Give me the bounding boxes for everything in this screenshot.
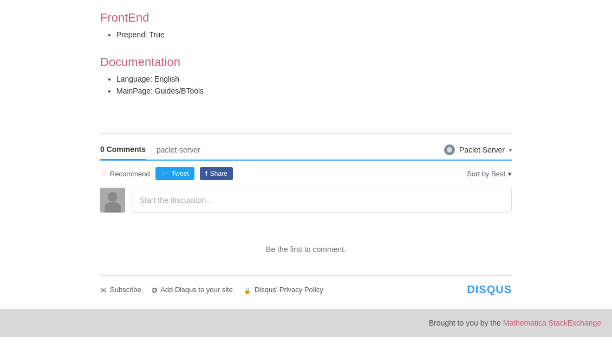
sort-button[interactable]: Sort by Best ▾: [467, 170, 512, 178]
disqus-footer: Subscribe Add Disqus to your site Disqus…: [100, 275, 512, 303]
documentation-item-language: Language: English: [116, 75, 512, 83]
frontend-list: Prepend: True: [100, 30, 512, 39]
section-divider: [100, 133, 512, 134]
privacy-label: Disqus' Privacy Policy: [255, 286, 323, 294]
tweet-label: Tweet: [172, 170, 189, 177]
disqus-logo: DISQUS: [467, 283, 512, 296]
subscribe-link[interactable]: Subscribe: [100, 286, 141, 294]
subscribe-label: Subscribe: [110, 286, 141, 294]
avatar: [100, 188, 125, 213]
svg-point-0: [447, 147, 452, 153]
first-comment-message: Be the first to comment.: [100, 229, 512, 275]
disqus-header-right[interactable]: Paclet Server ▾: [444, 144, 512, 155]
paclet-icon: [444, 144, 455, 155]
avatar-head: [108, 192, 118, 202]
comments-count: 0 Comments: [100, 145, 146, 160]
comment-input-row: Start the discussion…: [100, 188, 512, 213]
sort-label: Sort by Best: [467, 170, 505, 178]
forum-name: paclet-server: [157, 145, 200, 154]
privacy-policy-link[interactable]: Disqus' Privacy Policy: [244, 286, 323, 294]
add-disqus-link[interactable]: Add Disqus to your site: [152, 286, 233, 294]
lock-icon: [244, 286, 251, 294]
sort-container[interactable]: Sort by Best ▾: [467, 170, 512, 178]
heart-icon: ♡: [100, 169, 107, 178]
paclet-server-label: Paclet Server: [459, 145, 505, 154]
bottom-bar: Brought to you by the Mathematica StackE…: [0, 309, 612, 337]
avatar-body: [105, 202, 121, 213]
disqus-header: 0 Comments paclet-server Paclet Server ▾: [100, 144, 512, 161]
facebook-icon: f: [205, 170, 207, 177]
mathematica-stackexchange-link[interactable]: Mathematica StackExchange: [503, 319, 601, 327]
recommend-button[interactable]: ♡ Recommend: [100, 169, 150, 178]
frontend-title: FrontEnd: [100, 11, 512, 25]
documentation-title: Documentation: [100, 55, 512, 69]
frontend-item-prepend: Prepend: True: [116, 30, 512, 39]
disqus-d-icon: [152, 286, 157, 294]
chevron-down-icon: ▾: [509, 147, 512, 153]
bottom-bar-text: Brought to you by the: [429, 319, 503, 327]
comment-input[interactable]: Start the discussion…: [132, 188, 512, 213]
envelope-icon: [100, 286, 107, 294]
recommend-label: Recommend: [110, 170, 150, 178]
disqus-header-left: 0 Comments paclet-server: [100, 145, 200, 155]
disqus-actions-left: ♡ Recommend 🐦 Tweet f Share: [100, 167, 233, 180]
tweet-button[interactable]: 🐦 Tweet: [155, 167, 194, 180]
sort-chevron-icon: ▾: [508, 170, 512, 178]
documentation-list: Language: English MainPage: Guides/BTool…: [100, 75, 512, 95]
documentation-item-mainpage: MainPage: Guides/BTools: [116, 87, 512, 95]
add-disqus-label: Add Disqus to your site: [160, 286, 233, 294]
twitter-bird-icon: 🐦: [161, 170, 169, 177]
disqus-footer-links: Subscribe Add Disqus to your site Disqus…: [100, 286, 323, 294]
disqus-actions: ♡ Recommend 🐦 Tweet f Share Sort by Best…: [100, 167, 512, 180]
avatar-silhouette: [100, 188, 125, 213]
share-button[interactable]: f Share: [200, 167, 233, 180]
share-label: Share: [210, 170, 227, 177]
